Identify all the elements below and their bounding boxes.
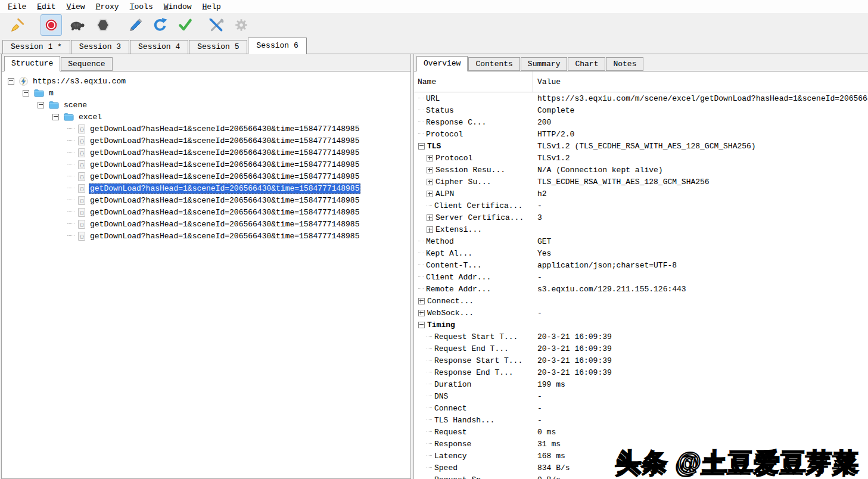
clear-session-broom-icon[interactable]	[7, 15, 27, 35]
tab-structure[interactable]: Structure	[4, 56, 60, 71]
table-row-request-end-t[interactable]: Request End T...20-3-21 16:09:39	[414, 343, 868, 354]
menu-tools[interactable]: Tools	[125, 1, 158, 13]
table-row-request[interactable]: Request0 ms	[414, 426, 868, 438]
tab-notes[interactable]: Notes	[606, 57, 643, 71]
menu-help[interactable]: Help	[197, 1, 226, 13]
table-row-content-t[interactable]: Content-T...application/json;charset=UTF…	[414, 259, 868, 271]
menu-edit[interactable]: Edit	[32, 1, 61, 13]
row-expander-plus[interactable]	[427, 191, 433, 197]
table-row-connect[interactable]: Connect-	[414, 402, 868, 414]
breakpoints-icon[interactable]	[93, 15, 113, 35]
column-header-name[interactable]: Name	[414, 77, 533, 86]
table-row-cipher-su[interactable]: Cipher Su...TLS_ECDHE_RSA_WITH_AES_128_G…	[414, 176, 868, 188]
repeat-icon[interactable]	[150, 15, 170, 35]
session-tab-2[interactable]: Session 3	[71, 40, 129, 54]
row-expander-plus[interactable]	[427, 167, 433, 173]
table-row-protocol[interactable]: ProtocolTLSv1.2	[414, 152, 868, 164]
table-row-url[interactable]: URLhttps://s3.eqxiu.com/m/scene/excel/ge…	[414, 92, 868, 104]
row-expander-minus[interactable]	[418, 322, 425, 328]
menu-view[interactable]: View	[61, 1, 90, 13]
tab-contents[interactable]: Contents	[468, 57, 519, 71]
tree-request-item-10[interactable]: getDownLoad?hasHead=1&sceneId=206566430&…	[2, 230, 410, 242]
table-row-duration[interactable]: Duration199 ms	[414, 378, 868, 390]
tree-node-folder-m[interactable]: m	[2, 87, 410, 99]
table-row-tls-handsh[interactable]: TLS Handsh...-	[414, 414, 868, 426]
table-row-response-end-t[interactable]: Response End T...20-3-21 16:09:39	[414, 366, 868, 378]
tree-node-host[interactable]: https://s3.eqxiu.com	[2, 75, 410, 87]
tree-request-item-9[interactable]: getDownLoad?hasHead=1&sceneId=206566430&…	[2, 218, 410, 230]
row-expander-plus[interactable]	[418, 298, 425, 304]
column-header-value[interactable]: Value	[533, 77, 561, 86]
tree-request-item-6[interactable]: getDownLoad?hasHead=1&sceneId=206566430&…	[2, 182, 410, 194]
table-row-alpn[interactable]: ALPNh2	[414, 188, 868, 200]
tree-request-item-7[interactable]: getDownLoad?hasHead=1&sceneId=206566430&…	[2, 194, 410, 206]
table-row-client-addr[interactable]: Client Addr...-	[414, 271, 868, 283]
tree-node-folder-scene[interactable]: scene	[2, 99, 410, 111]
table-row-extensi[interactable]: Extensi...	[414, 223, 868, 235]
table-row-client-certifica[interactable]: Client Certifica...-	[414, 200, 868, 211]
column-divider[interactable]	[533, 71, 533, 92]
tree-request-item-3[interactable]: getDownLoad?hasHead=1&sceneId=206566430&…	[2, 147, 410, 158]
table-row-remote-addr[interactable]: Remote Addr...s3.eqxiu.com/129.211.155.1…	[414, 283, 868, 295]
tab-summary[interactable]: Summary	[521, 57, 568, 71]
tree-request-item-8[interactable]: getDownLoad?hasHead=1&sceneId=206566430&…	[2, 206, 410, 218]
tab-chart[interactable]: Chart	[568, 57, 605, 71]
table-row-server-certifica[interactable]: Server Certifica...3	[414, 211, 868, 223]
table-row-connect[interactable]: Connect...	[414, 295, 868, 307]
validate-icon[interactable]	[175, 15, 195, 35]
record-button[interactable]	[41, 14, 62, 36]
row-name: Latency	[414, 452, 533, 461]
session-tab-1[interactable]: Session 1 *	[2, 40, 70, 54]
row-expander-plus[interactable]	[427, 179, 433, 185]
table-row-kept-al[interactable]: Kept Al...Yes	[414, 247, 868, 259]
menu-window[interactable]: Window	[158, 1, 197, 13]
row-expander-plus[interactable]	[427, 226, 433, 233]
table-row-request-start-t[interactable]: Request Start T...20-3-21 16:09:39	[414, 331, 868, 343]
row-expander-plus[interactable]	[427, 214, 433, 221]
tree-expander-minus[interactable]	[8, 78, 14, 85]
tree-request-item-4[interactable]: getDownLoad?hasHead=1&sceneId=206566430&…	[2, 158, 410, 170]
tools-icon[interactable]	[206, 15, 226, 35]
tab-overview[interactable]: Overview	[416, 56, 468, 71]
tree-expander-minus[interactable]	[23, 90, 29, 97]
row-connector	[418, 110, 424, 111]
session-tab-5[interactable]: Session 6	[248, 38, 306, 54]
table-row-status[interactable]: StatusComplete	[414, 104, 868, 116]
throttle-turtle-icon[interactable]	[67, 15, 88, 35]
tab-sequence[interactable]: Sequence	[61, 57, 112, 71]
row-expander-plus[interactable]	[427, 155, 433, 161]
table-row-response-start-t[interactable]: Response Start T...20-3-21 16:09:39	[414, 354, 868, 366]
row-name: Request End T...	[414, 344, 533, 353]
table-row-method[interactable]: MethodGET	[414, 235, 868, 247]
session-tab-4[interactable]: Session 5	[189, 40, 247, 54]
row-name-text: Duration	[434, 380, 471, 389]
table-row-protocol[interactable]: ProtocolHTTP/2.0	[414, 128, 868, 140]
row-connector	[418, 276, 424, 278]
tree-request-item-2[interactable]: getDownLoad?hasHead=1&sceneId=206566430&…	[2, 135, 410, 147]
row-value: s3.eqxiu.com/129.211.155.126:443	[533, 285, 868, 294]
tree-expander-minus[interactable]	[52, 114, 59, 120]
tree-label: scene	[63, 100, 88, 110]
row-name-text: TLS Handsh...	[434, 416, 494, 425]
tree-connector	[67, 223, 74, 225]
row-name-text: Content-T...	[426, 261, 482, 270]
table-row-dns[interactable]: DNS-	[414, 390, 868, 402]
table-row-session-resu[interactable]: Session Resu...N/A (Connection kept aliv…	[414, 164, 868, 176]
row-value: -	[533, 392, 868, 401]
tree-request-item-5[interactable]: getDownLoad?hasHead=1&sceneId=206566430&…	[2, 170, 410, 182]
table-row-websock[interactable]: WebSock...-	[414, 307, 868, 319]
table-row-timing[interactable]: Timing	[414, 319, 868, 331]
tree-node-folder-excel[interactable]: excel	[2, 111, 410, 123]
row-name-text: Session Resu...	[435, 166, 505, 175]
table-row-response-c[interactable]: Response C...200	[414, 116, 868, 128]
menu-file[interactable]: File	[2, 1, 32, 13]
tree-expander-minus[interactable]	[38, 102, 44, 108]
row-expander-minus[interactable]	[418, 143, 425, 150]
session-tab-3[interactable]: Session 4	[130, 40, 188, 54]
table-row-tls[interactable]: TLSTLSv1.2 (TLS_ECDHE_RSA_WITH_AES_128_G…	[414, 140, 868, 152]
settings-gear-icon[interactable]	[231, 15, 251, 35]
tree-request-item-1[interactable]: getDownLoad?hasHead=1&sceneId=206566430&…	[2, 123, 410, 135]
compose-icon[interactable]	[125, 15, 145, 35]
menu-proxy[interactable]: Proxy	[91, 1, 125, 13]
row-expander-plus[interactable]	[418, 310, 425, 316]
